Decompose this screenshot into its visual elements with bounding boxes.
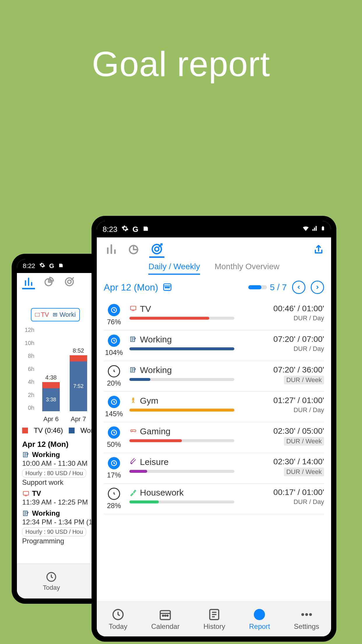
- bar-stack: 7:52: [70, 355, 87, 411]
- goal-row[interactable]: 20% Working 07:20' / 36:00' DUR / Week: [104, 361, 324, 392]
- completion-text: 5 / 7: [270, 282, 287, 292]
- google-icon: G: [49, 262, 54, 270]
- svg-point-5: [68, 280, 71, 284]
- nav-today-label: Today: [109, 622, 127, 631]
- svg-point-34: [155, 247, 159, 251]
- status-bar: 8:23 G: [97, 221, 331, 237]
- goal-progress-bar: [129, 378, 234, 381]
- prev-button[interactable]: [292, 281, 305, 294]
- chart-legend-box[interactable]: TV Worki: [31, 308, 80, 321]
- completion-pill: 5 / 7: [248, 282, 287, 292]
- svg-point-64: [165, 615, 166, 616]
- activity-icon: [129, 397, 137, 405]
- monthly-tab[interactable]: Monthly Overview: [215, 262, 280, 275]
- nav-report-label: Report: [249, 622, 270, 631]
- goal-pct: 104%: [105, 349, 123, 357]
- goal-progress-bar: [129, 501, 234, 503]
- clock-icon: [108, 488, 120, 500]
- goal-name: Gaming: [140, 426, 171, 436]
- legend-work: Worki: [59, 311, 76, 318]
- phone-front: 8:23 G Daily / Weekly: [92, 216, 336, 642]
- nav-today[interactable]: Today: [43, 571, 60, 592]
- goal-name: TV: [140, 304, 151, 314]
- pie-chart-tab[interactable]: [43, 276, 55, 289]
- goal-pct: 28%: [107, 502, 121, 510]
- svg-point-38: [165, 287, 166, 288]
- battery-icon: [321, 225, 325, 234]
- bar-total: 8:52: [73, 347, 84, 354]
- activity-icon: [129, 305, 137, 313]
- share-button[interactable]: [313, 244, 324, 256]
- nav-calendar[interactable]: Calendar: [151, 608, 180, 631]
- legend-tv-dur: TV (0:46): [34, 426, 63, 435]
- goal-time: 07:20' / 07:00': [248, 335, 324, 344]
- target-tab[interactable]: [63, 276, 76, 289]
- goal-row[interactable]: 104% Working 07:20' / 07:00' DUR / Day: [104, 330, 324, 361]
- goal-unit: DUR / Week: [284, 376, 324, 384]
- svg-rect-7: [35, 313, 40, 316]
- goal-time: 00:17' / 01:00': [248, 488, 324, 497]
- svg-point-40: [168, 287, 169, 288]
- svg-point-59: [131, 463, 132, 464]
- target-tab[interactable]: [149, 243, 164, 258]
- svg-point-72: [309, 613, 312, 616]
- goal-name: Working: [140, 365, 172, 375]
- calendar-icon[interactable]: [162, 282, 172, 293]
- goal-row[interactable]: 76% TV 00:46' / 01:00' DUR / Day: [104, 300, 324, 330]
- goal-unit: DUR / Day: [294, 345, 324, 353]
- goal-time: 00:46' / 01:00': [248, 304, 324, 313]
- goal-name: Working: [140, 335, 172, 344]
- nav-history-label: History: [203, 622, 225, 631]
- bar-chart-tab[interactable]: [104, 243, 119, 258]
- svg-point-70: [301, 613, 304, 616]
- goal-pct: 50%: [107, 440, 121, 449]
- nav-today[interactable]: Today: [109, 608, 127, 631]
- x-label: Apr 7: [68, 415, 89, 423]
- report-type-tabs: [104, 243, 164, 258]
- svg-rect-15: [23, 491, 29, 495]
- clock-icon: [108, 335, 120, 347]
- goal-row[interactable]: 28% Housework 00:17' / 01:00' DUR / Day: [104, 484, 324, 514]
- nav-report[interactable]: Report: [249, 608, 270, 631]
- goal-time: 07:20' / 36:00': [248, 365, 324, 374]
- svg-point-71: [305, 613, 308, 616]
- work-swatch: [69, 428, 75, 433]
- activity-icon: [129, 489, 137, 496]
- goal-pct: 76%: [107, 318, 121, 326]
- clock-icon: [108, 457, 120, 469]
- goals-list: 76% TV 00:46' / 01:00' DUR / Day 104% Wo…: [104, 300, 324, 514]
- next-button[interactable]: [311, 281, 324, 294]
- goal-time: 02:30' / 14:00': [248, 457, 324, 466]
- goal-row[interactable]: 50% Gaming 02:30' / 05:00' DUR / Week: [104, 422, 324, 453]
- clock-icon: [108, 365, 120, 377]
- current-date[interactable]: Apr 12 (Mon): [104, 282, 158, 293]
- goal-pct: 145%: [105, 410, 123, 418]
- svg-point-54: [133, 398, 134, 399]
- goal-row[interactable]: 145% Gym 01:27' / 01:00' DUR / Day: [104, 392, 324, 422]
- goal-row[interactable]: 17% Leisure 02:30' / 14:00' DUR / Week: [104, 453, 324, 484]
- nav-settings[interactable]: Settings: [294, 608, 319, 631]
- activity-icon: [129, 428, 137, 435]
- wifi-icon: [302, 225, 310, 234]
- sd-icon: [58, 262, 64, 270]
- goal-unit: DUR / Day: [294, 314, 324, 322]
- clock-icon: [108, 426, 120, 439]
- pie-chart-tab[interactable]: [126, 243, 142, 258]
- bar-stack: 3:38: [42, 382, 60, 411]
- nav-calendar-label: Calendar: [151, 622, 180, 631]
- activity-icon: [129, 458, 137, 466]
- activity-icon: [129, 366, 137, 374]
- legend-tv: TV: [41, 311, 49, 318]
- goal-unit: DUR / Week: [284, 468, 324, 476]
- activity-icon: [129, 336, 137, 343]
- nav-history[interactable]: History: [203, 608, 225, 631]
- daily-weekly-tab[interactable]: Daily / Weekly: [148, 262, 200, 275]
- gear-icon: [122, 225, 129, 234]
- signal-icon: [312, 225, 318, 234]
- goal-progress-bar: [129, 409, 234, 412]
- bar-chart-tab[interactable]: [22, 276, 35, 289]
- period-tabs: Daily / Weekly Monthly Overview: [104, 262, 324, 275]
- hero-title: Goal report: [0, 44, 362, 84]
- x-label: Apr 6: [41, 415, 61, 423]
- svg-point-65: [167, 615, 168, 616]
